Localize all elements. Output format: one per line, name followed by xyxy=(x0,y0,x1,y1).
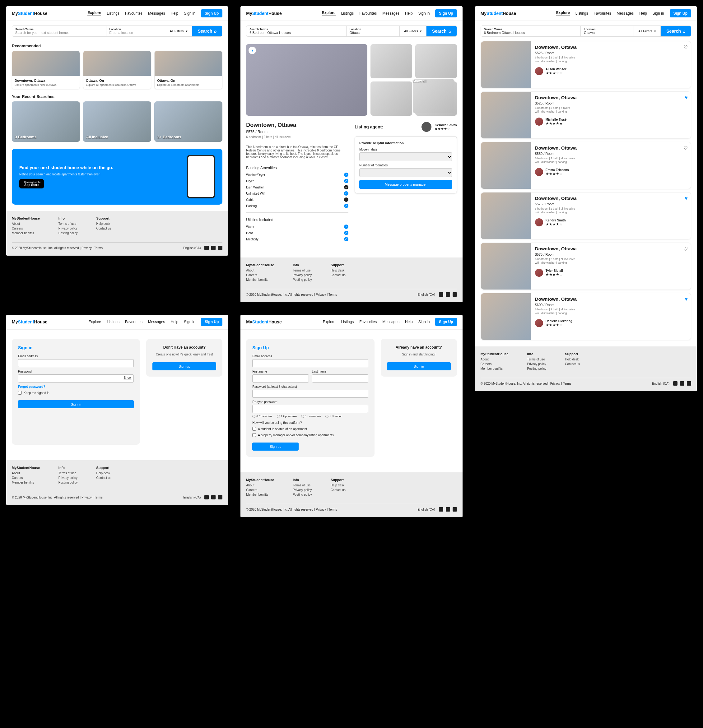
logo[interactable]: MyStudentHouse xyxy=(246,11,282,16)
firstname-field[interactable] xyxy=(252,374,308,383)
roommates-select[interactable] xyxy=(359,168,452,177)
nav-favourites[interactable]: Favourites xyxy=(125,320,142,324)
nav-listings[interactable]: Listings xyxy=(107,11,119,16)
facebook-icon[interactable] xyxy=(673,381,677,386)
recommended-card[interactable]: Ottawa, OnExplore all apartments located… xyxy=(83,51,151,89)
favourite-icon[interactable]: ♡ xyxy=(683,145,688,151)
instagram-icon[interactable] xyxy=(211,246,216,250)
nav-messages[interactable]: Messages xyxy=(617,11,634,16)
lang-select[interactable]: English (CA) xyxy=(183,246,201,250)
twitter-icon[interactable] xyxy=(453,292,457,297)
nav-signin[interactable]: Sign in xyxy=(184,320,195,324)
logo[interactable]: MyStudentHouse xyxy=(12,319,47,324)
recommended-card[interactable]: Downtown, OttawaExplore apartments near … xyxy=(12,51,80,89)
usage-student-checkbox[interactable] xyxy=(252,427,256,431)
nav-favourites[interactable]: Favourites xyxy=(594,11,611,16)
nav-signin[interactable]: Sign in xyxy=(418,11,430,16)
nav-messages[interactable]: Messages xyxy=(382,11,399,16)
facebook-icon[interactable] xyxy=(204,495,209,500)
location-cell[interactable]: LocationOttawa xyxy=(347,26,400,36)
thumb[interactable] xyxy=(370,81,412,116)
nav-listings[interactable]: Listings xyxy=(341,320,354,324)
nav-explore[interactable]: Explore xyxy=(556,10,570,16)
appstore-button[interactable]: Download on theApp Store xyxy=(19,179,44,188)
nav-signin[interactable]: Sign in xyxy=(652,11,664,16)
search-button[interactable]: Search⌕ xyxy=(427,26,457,36)
search-button[interactable]: Search⌕ xyxy=(661,26,691,36)
favourite-icon[interactable]: ♥ xyxy=(249,47,256,54)
nav-favourites[interactable]: Favourites xyxy=(125,11,142,16)
thumb[interactable]: Show all xyxy=(415,81,457,116)
nav-favourites[interactable]: Favourites xyxy=(359,11,377,16)
instagram-icon[interactable] xyxy=(446,507,450,511)
twitter-icon[interactable] xyxy=(453,507,457,511)
email-field[interactable] xyxy=(18,359,134,367)
nav-signup[interactable]: Sign Up xyxy=(435,9,457,17)
thumb[interactable] xyxy=(415,44,457,78)
nav-messages[interactable]: Messages xyxy=(382,320,399,324)
show-all-link[interactable]: Show all xyxy=(413,79,454,113)
location-cell[interactable]: LocationOttawa xyxy=(581,26,634,36)
search-button[interactable]: Search⌕ xyxy=(192,26,223,36)
nav-listings[interactable]: Listings xyxy=(576,11,588,16)
retype-password-field[interactable] xyxy=(252,405,368,413)
twitter-icon[interactable] xyxy=(687,381,691,386)
search-terms-cell[interactable]: Search Terms6 Bedroom Ottawa Houses xyxy=(246,26,346,36)
nav-signup[interactable]: Sign Up xyxy=(670,9,691,17)
instagram-icon[interactable] xyxy=(211,495,216,500)
logo[interactable]: MyStudentHouse xyxy=(12,11,47,16)
filters-dropdown[interactable]: All Filters▾ xyxy=(165,26,192,36)
nav-explore[interactable]: Explore xyxy=(87,10,101,16)
nav-signin[interactable]: Sign in xyxy=(418,320,430,324)
signup-button[interactable]: Sign up xyxy=(252,442,299,451)
lang-select[interactable]: English (CA) xyxy=(418,508,435,511)
nav-favourites[interactable]: Favourites xyxy=(359,320,377,324)
facebook-icon[interactable] xyxy=(204,246,209,250)
recent-tile[interactable]: 3 Bedrooms xyxy=(12,101,80,142)
nav-help[interactable]: Help xyxy=(171,320,179,324)
listing-card[interactable]: Downtown, Ottawa $550 / Room 6 bedroom |… xyxy=(480,142,691,189)
favourite-icon[interactable]: ♥ xyxy=(685,296,688,302)
usage-manager-checkbox[interactable] xyxy=(252,433,256,437)
twitter-icon[interactable] xyxy=(218,495,223,500)
instagram-icon[interactable] xyxy=(446,292,450,297)
forgot-password-link[interactable]: Forgot password? xyxy=(18,385,134,389)
filters-dropdown[interactable]: All Filters▾ xyxy=(400,26,427,36)
twitter-icon[interactable] xyxy=(218,246,223,250)
password-field[interactable] xyxy=(252,390,368,398)
nav-help[interactable]: Help xyxy=(171,11,179,16)
facebook-icon[interactable] xyxy=(439,292,443,297)
goto-signin-button[interactable]: Sign in xyxy=(387,362,451,370)
password-field[interactable] xyxy=(18,374,134,383)
search-terms-cell[interactable]: Search Terms6 Bedroom Ottawa Houses xyxy=(481,26,581,36)
favourite-icon[interactable]: ♥ xyxy=(685,196,688,201)
listing-card[interactable]: Downtown, Ottawa $600 / Room 6 bedroom |… xyxy=(480,293,691,340)
signin-button[interactable]: Sign in xyxy=(18,400,134,408)
recent-tile[interactable]: All Inclusive xyxy=(83,101,151,142)
nav-signin[interactable]: Sign in xyxy=(184,11,195,16)
lang-select[interactable]: English (CA) xyxy=(418,293,435,296)
favourite-icon[interactable]: ♥ xyxy=(685,95,688,100)
facebook-icon[interactable] xyxy=(439,507,443,511)
lang-select[interactable]: English (CA) xyxy=(652,382,670,385)
nav-listings[interactable]: Listings xyxy=(341,11,354,16)
lastname-field[interactable] xyxy=(312,374,368,383)
main-photo[interactable]: ♥ xyxy=(246,44,367,116)
listing-card[interactable]: Downtown, Ottawa $575 / Room 6 bedroom |… xyxy=(480,243,691,290)
nav-help[interactable]: Help xyxy=(405,320,413,324)
movein-select[interactable] xyxy=(359,152,452,161)
nav-messages[interactable]: Messages xyxy=(148,11,165,16)
favourite-icon[interactable]: ♡ xyxy=(683,45,688,51)
nav-signup[interactable]: Sign Up xyxy=(201,318,223,326)
thumb[interactable] xyxy=(370,44,412,78)
location-cell[interactable]: LocationEnter a location xyxy=(106,26,165,36)
nav-signup[interactable]: Sign Up xyxy=(201,9,223,17)
listing-card[interactable]: Downtown, Ottawa $525 / Room 6 bedroom |… xyxy=(480,41,691,88)
filters-dropdown[interactable]: All Filters▾ xyxy=(634,26,661,36)
nav-signup[interactable]: Sign Up xyxy=(435,318,457,326)
show-password[interactable]: Show xyxy=(123,376,131,379)
listing-card[interactable]: Downtown, Ottawa $575 / Room 6 bedroom |… xyxy=(480,192,691,240)
recommended-card[interactable]: Ottawa, OnExplore all 6 bedroom apartmen… xyxy=(154,51,223,89)
nav-help[interactable]: Help xyxy=(405,11,413,16)
logo[interactable]: MyStudentHouse xyxy=(480,11,516,16)
